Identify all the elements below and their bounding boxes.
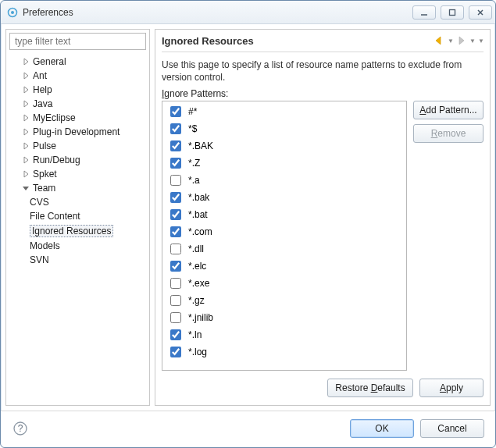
dropdown-icon[interactable]: ▼ <box>448 37 452 44</box>
expand-icon[interactable] <box>22 141 31 151</box>
pattern-checkbox[interactable] <box>170 140 181 151</box>
list-item[interactable]: *.elc <box>162 258 406 275</box>
back-icon[interactable] <box>433 34 445 47</box>
list-item[interactable]: *.ln <box>162 326 406 343</box>
remove-button[interactable]: Remove <box>413 124 484 143</box>
list-item[interactable]: *.bak <box>162 189 406 206</box>
pattern-label: *.jnilib <box>188 312 213 323</box>
dropdown-icon[interactable]: ▼ <box>469 37 474 44</box>
list-item[interactable]: *.exe <box>162 275 406 292</box>
pattern-checkbox[interactable] <box>170 123 181 134</box>
pattern-checkbox[interactable] <box>170 175 181 186</box>
list-item[interactable]: *.log <box>162 343 406 361</box>
tree-item[interactable]: SVN <box>9 253 146 267</box>
expand-icon[interactable] <box>22 57 31 66</box>
list-item[interactable]: *$ <box>162 120 406 137</box>
close-button[interactable] <box>469 5 492 20</box>
pattern-label: *.dll <box>188 244 204 254</box>
pattern-label: *.Z <box>188 158 200 169</box>
pattern-label: *.com <box>188 226 212 237</box>
page-title: Ignored Resources <box>162 35 431 47</box>
tree-item-selected[interactable]: Ignored Resources <box>9 223 146 239</box>
tree-item[interactable]: File Content <box>9 209 146 223</box>
tree-item-label: File Content <box>30 211 80 222</box>
minimize-button[interactable] <box>412 5 436 20</box>
pattern-checkbox[interactable] <box>170 261 181 272</box>
tree-item[interactable]: General <box>9 55 146 69</box>
ok-button[interactable]: OK <box>350 419 414 438</box>
forward-icon[interactable] <box>455 34 467 47</box>
expand-icon[interactable] <box>22 169 31 179</box>
tree-item-label: Pulse <box>33 140 56 151</box>
menu-dropdown-icon[interactable]: ▼ <box>478 37 483 44</box>
help-icon[interactable]: ? <box>12 420 29 437</box>
tree-item-label: Ant <box>33 70 47 81</box>
tree-item[interactable]: MyEclipse <box>9 111 146 125</box>
tree-item[interactable]: Plug-in Development <box>9 125 146 139</box>
expand-icon[interactable] <box>22 85 31 94</box>
pattern-checkbox[interactable] <box>170 226 181 237</box>
add-pattern-button[interactable]: Add Pattern... <box>413 101 484 119</box>
apply-button[interactable]: Apply <box>419 379 484 397</box>
maximize-button[interactable] <box>441 5 464 20</box>
page-pane: Ignored Resources ▼ ▼ ▼ Use this page to… <box>155 29 491 406</box>
category-tree[interactable]: GeneralAntHelpJavaMyEclipsePlug-in Devel… <box>9 53 146 402</box>
pattern-checkbox[interactable] <box>170 347 181 357</box>
pattern-label: *.ln <box>188 329 202 340</box>
pattern-checkbox[interactable] <box>170 278 181 289</box>
pattern-checkbox[interactable] <box>170 192 181 203</box>
expand-icon[interactable] <box>22 99 31 108</box>
tree-item-label: Run/Debug <box>33 155 80 165</box>
list-item[interactable]: *.bat <box>162 206 406 223</box>
tree-item[interactable]: Java <box>9 97 146 111</box>
expand-icon[interactable] <box>22 155 31 165</box>
pattern-label: *.exe <box>188 278 209 289</box>
pattern-label: *.a <box>188 175 200 186</box>
tree-item-label: Help <box>33 84 52 95</box>
list-item[interactable]: *.a <box>162 172 406 189</box>
expand-icon[interactable] <box>22 113 31 123</box>
pattern-label: *$ <box>188 123 197 134</box>
pattern-checkbox[interactable] <box>170 312 181 323</box>
pattern-checkbox[interactable] <box>170 106 181 117</box>
list-item[interactable]: *.jnilib <box>162 309 406 326</box>
list-item[interactable]: *.dll <box>162 240 406 258</box>
collapse-icon[interactable] <box>22 183 31 193</box>
pattern-label: *.gz <box>188 295 205 306</box>
svg-text:?: ? <box>18 423 23 434</box>
pattern-label: *.bak <box>188 192 209 203</box>
tree-item[interactable]: Pulse <box>9 139 146 153</box>
expand-icon[interactable] <box>22 127 31 137</box>
list-item[interactable]: *.BAK <box>162 137 406 155</box>
tree-item-label: Java <box>33 98 52 109</box>
tree-item[interactable]: Run/Debug <box>9 153 146 167</box>
tree-item[interactable]: Team <box>9 181 146 195</box>
pattern-checkbox[interactable] <box>170 329 181 340</box>
tree-item[interactable]: Ant <box>9 69 146 83</box>
pattern-label: *.BAK <box>188 140 213 151</box>
ignore-patterns-list[interactable]: #**$*.BAK*.Z*.a*.bak*.bat*.com*.dll*.elc… <box>162 101 407 371</box>
tree-item[interactable]: CVS <box>9 195 146 209</box>
tree-item-label: Team <box>33 183 55 194</box>
expand-icon[interactable] <box>22 71 31 80</box>
cancel-button[interactable]: Cancel <box>420 419 484 438</box>
pattern-checkbox[interactable] <box>170 244 181 254</box>
pattern-checkbox[interactable] <box>170 295 181 306</box>
tree-item[interactable]: Help <box>9 83 146 97</box>
pattern-label: *.elc <box>188 261 206 272</box>
restore-defaults-button[interactable]: Restore Defaults <box>327 379 413 397</box>
list-item[interactable]: #* <box>162 103 406 120</box>
tree-item[interactable]: Models <box>9 239 146 253</box>
pattern-checkbox[interactable] <box>170 209 181 220</box>
dialog-footer: ? OK Cancel <box>1 411 495 447</box>
tree-item-label: Models <box>30 240 60 251</box>
list-item[interactable]: *.Z <box>162 155 406 172</box>
list-item[interactable]: *.com <box>162 223 406 240</box>
filter-input[interactable] <box>9 33 146 50</box>
pattern-checkbox[interactable] <box>170 158 181 169</box>
category-tree-pane: GeneralAntHelpJavaMyEclipsePlug-in Devel… <box>5 29 150 406</box>
tree-item-label: Plug-in Development <box>33 126 120 137</box>
tree-item[interactable]: Spket <box>9 167 146 181</box>
tree-item-label: MyEclipse <box>33 112 76 123</box>
list-item[interactable]: *.gz <box>162 292 406 309</box>
